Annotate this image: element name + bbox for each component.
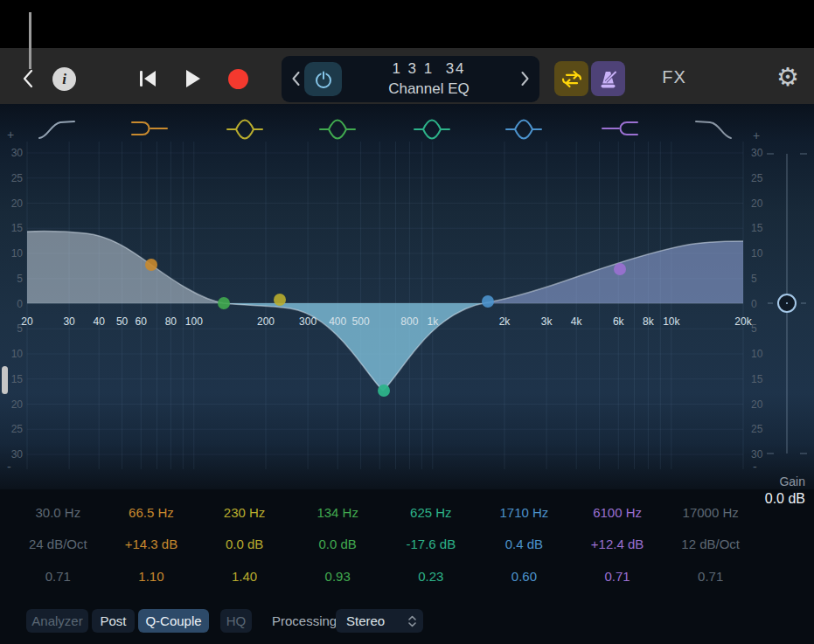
analyzer-button[interactable]: Analyzer — [26, 609, 88, 633]
db-scale-tick: 0 — [2, 298, 23, 310]
band-5-frequency[interactable]: 625 Hz — [385, 504, 478, 522]
db-scale-tick: 30 — [751, 147, 777, 159]
band-1-q-factor[interactable]: 0.71 — [11, 568, 105, 585]
band-2-handle[interactable] — [145, 259, 157, 271]
band-6-q-factor[interactable]: 0.60 — [477, 568, 571, 585]
stepper-icon — [408, 615, 416, 627]
freq-axis-label: 40 — [93, 315, 104, 328]
band-5-bell-icon[interactable] — [412, 117, 452, 142]
db-scale-tick: 10 — [751, 247, 777, 260]
back-button[interactable] — [21, 69, 35, 88]
gain-label: Gain — [744, 474, 805, 488]
previous-plugin-button[interactable] — [292, 72, 300, 88]
eq-scale-drag-handle[interactable] — [2, 366, 8, 394]
db-scale-tick: 10 — [2, 247, 23, 260]
freq-axis-label: 80 — [165, 315, 177, 328]
db-scale-tick: 25 — [2, 172, 23, 184]
freq-axis-label: 500 — [352, 315, 370, 328]
freq-axis-label: 1k — [427, 315, 438, 328]
plugin-display-text: 1 3 1 34 Channel EQ — [350, 60, 508, 98]
freq-axis-label: 6k — [613, 315, 624, 328]
freq-axis-label: 100 — [185, 315, 203, 328]
band-3-handle[interactable] — [274, 294, 286, 306]
metronome-button[interactable] — [591, 61, 625, 96]
hq-button[interactable]: HQ — [220, 609, 252, 633]
info-button[interactable]: i — [52, 67, 76, 91]
chevron-left-icon — [22, 69, 34, 88]
db-scale-tick: 15 — [2, 222, 23, 234]
band-5-q-factor[interactable]: 0.23 — [385, 568, 478, 585]
band-3-gain[interactable]: 0.0 dB — [198, 536, 291, 553]
band-1-gain[interactable]: 24 dB/Oct — [11, 536, 105, 553]
band-6-gain[interactable]: 0.4 dB — [477, 536, 571, 553]
next-plugin-button[interactable] — [521, 72, 529, 88]
freq-axis-label: 20 — [21, 315, 32, 328]
db-scale-tick: 30 — [2, 147, 23, 159]
processing-select[interactable]: Stereo — [336, 609, 423, 633]
record-button[interactable] — [228, 69, 248, 89]
play-icon — [185, 70, 201, 87]
band-3-frequency[interactable]: 230 Hz — [198, 504, 291, 522]
freq-axis-label: 20k — [734, 315, 751, 328]
db-scale-tick: 5 — [751, 322, 777, 335]
band-1-highpass-icon[interactable] — [37, 117, 77, 142]
play-button[interactable] — [185, 70, 201, 87]
gain-row: 24 dB/Oct+14.3 dB0.0 dB0.0 dB-17.6 dB0.4… — [11, 536, 757, 553]
band-7-gain[interactable]: +12.4 dB — [571, 536, 664, 553]
freq-axis-label: 8k — [643, 315, 654, 328]
band-4-handle[interactable] — [218, 297, 230, 309]
plugin-display: 1 3 1 34 Channel EQ — [282, 56, 539, 102]
band-7-q-factor[interactable]: 0.71 — [571, 568, 664, 585]
band-2-q-factor[interactable]: 1.10 — [105, 568, 198, 585]
processing-label: Processing: — [272, 609, 340, 633]
chevron-right-icon — [521, 72, 529, 86]
db-scale-tick: 5 — [2, 273, 23, 285]
band-8-lowpass-icon[interactable] — [693, 117, 734, 142]
band-5-handle[interactable] — [378, 384, 390, 397]
band-7-highshelf-icon[interactable] — [600, 117, 640, 142]
band-4-gain[interactable]: 0.0 dB — [291, 536, 385, 553]
freq-axis-label: 60 — [136, 315, 147, 328]
band-3-bell-icon[interactable] — [225, 117, 265, 142]
band-1-frequency[interactable]: 30.0 Hz — [11, 504, 105, 522]
band-8-frequency[interactable]: 17000 Hz — [664, 504, 757, 522]
metronome-icon — [597, 68, 619, 90]
gear-icon: ⚙ — [776, 63, 799, 91]
skip-to-start-icon — [139, 71, 157, 87]
scale-minus-left: - — [7, 460, 11, 474]
db-scale-tick: 25 — [2, 423, 23, 435]
freq-axis-label: 30 — [63, 315, 74, 328]
band-4-q-factor[interactable]: 0.93 — [291, 568, 385, 585]
settings-button[interactable]: ⚙ — [771, 64, 804, 91]
q-couple-button[interactable]: Q-Couple — [138, 609, 209, 633]
band-5-gain[interactable]: -17.6 dB — [385, 536, 478, 553]
band-4-bell-icon[interactable] — [317, 117, 358, 142]
band-3-q-factor[interactable]: 1.40 — [198, 568, 291, 585]
band-7-handle[interactable] — [614, 263, 626, 275]
band-2-lowshelf-icon[interactable] — [129, 117, 170, 142]
freq-axis-label: 10k — [663, 315, 679, 328]
band-8-q-factor[interactable]: 0.71 — [664, 568, 757, 585]
gain-knob[interactable] — [777, 294, 797, 313]
top-strip — [0, 0, 814, 48]
go-to-beginning-button[interactable] — [139, 71, 157, 87]
band-6-frequency[interactable]: 1710 Hz — [477, 504, 571, 522]
band-2-gain[interactable]: +14.3 dB — [105, 536, 198, 553]
freq-axis-label: 4k — [571, 315, 582, 328]
db-scale-tick: 20 — [2, 398, 23, 411]
post-button[interactable]: Post — [92, 609, 135, 633]
band-7-frequency[interactable]: 6100 Hz — [571, 504, 664, 522]
freq-axis-label: 50 — [116, 315, 128, 328]
cycle-loop-icon — [560, 69, 583, 89]
q-factor-row: 0.711.101.400.930.230.600.710.71 — [11, 568, 757, 585]
db-scale-tick: 0 — [751, 298, 777, 310]
db-scale-tick: 30 — [751, 448, 777, 460]
plugin-power-button[interactable] — [304, 62, 342, 96]
band-6-handle[interactable] — [482, 295, 494, 308]
freq-axis-label: 3k — [541, 315, 553, 328]
cycle-button[interactable] — [554, 61, 588, 96]
band-4-frequency[interactable]: 134 Hz — [291, 504, 385, 522]
band-8-gain[interactable]: 12 dB/Oct — [664, 536, 757, 553]
band-6-bell-icon[interactable] — [504, 117, 544, 142]
band-2-frequency[interactable]: 66.5 Hz — [105, 504, 198, 522]
